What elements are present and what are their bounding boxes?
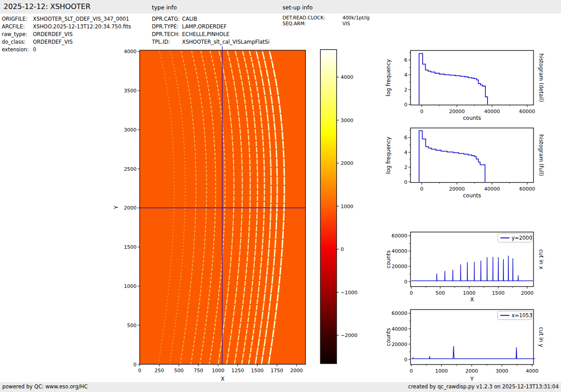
- svg-text:0: 0: [404, 179, 407, 185]
- svg-text:2000: 2000: [290, 368, 303, 374]
- svg-text:500: 500: [127, 323, 137, 328]
- svg-text:2000: 2000: [124, 205, 137, 211]
- info-row: SEQ.ARM:VIS: [283, 21, 369, 27]
- svg-text:40000: 40000: [392, 326, 407, 332]
- info-label: raw_type:: [2, 31, 33, 38]
- type-info-heading: type info: [152, 4, 177, 11]
- svg-text:1500: 1500: [251, 368, 264, 374]
- cut-line: [411, 255, 533, 281]
- svg-text:40000: 40000: [484, 186, 500, 192]
- svg-text:1000: 1000: [435, 368, 448, 374]
- svg-text:0: 0: [404, 279, 407, 285]
- y-axis-label: log frequency: [385, 59, 392, 96]
- svg-text:0: 0: [420, 186, 423, 192]
- info-label: do_class:: [2, 38, 33, 46]
- svg-text:0: 0: [410, 290, 413, 296]
- svg-text:0: 0: [133, 362, 137, 368]
- svg-text:6: 6: [404, 57, 407, 63]
- svg-text:0: 0: [138, 368, 141, 374]
- svg-text:4000: 4000: [526, 368, 538, 374]
- svg-text:2500: 2500: [124, 166, 137, 172]
- right-axis-label: histogram (full): [538, 134, 544, 176]
- info-label: DPR.CATG:: [152, 15, 182, 23]
- x-axis-label: counts: [463, 192, 481, 199]
- svg-text:20000: 20000: [449, 186, 465, 192]
- info-row: DET.READ.CLOCK:400k/1pt/lg: [283, 15, 369, 21]
- right-axis-label: cut in x: [538, 249, 544, 269]
- svg-text:1250: 1250: [231, 368, 244, 374]
- svg-text:0: 0: [404, 102, 407, 108]
- svg-text:−2000: −2000: [341, 333, 357, 338]
- info-row: ORIGFILE:XSHOOTER_SLT_ODEF_VIS_347_0001: [2, 15, 131, 23]
- svg-text:4000: 4000: [341, 74, 353, 80]
- svg-text:0: 0: [410, 368, 413, 374]
- svg-text:60000: 60000: [519, 109, 535, 114]
- info-label: extension:: [2, 46, 33, 54]
- svg-text:2: 2: [404, 87, 407, 93]
- svg-text:1000: 1000: [463, 290, 475, 296]
- svg-text:750: 750: [194, 368, 203, 374]
- info-row: raw_type:ORDERDEF_VIS: [2, 31, 131, 38]
- histogram-line: [419, 54, 488, 105]
- svg-text:500: 500: [435, 290, 445, 296]
- svg-text:−1000: −1000: [341, 290, 357, 296]
- svg-text:0: 0: [420, 109, 423, 114]
- x-axis-label: X: [221, 376, 224, 382]
- info-value: ORDERDEF_VIS: [33, 38, 73, 46]
- footer-bar: powered by QC: www.eso.org/HC created by…: [0, 382, 561, 392]
- svg-text:60000: 60000: [519, 186, 535, 192]
- info-value: ORDERDEF_VIS: [33, 31, 73, 38]
- page-title: 2025-12-12: XSHOOTER: [4, 2, 91, 11]
- footer-powered-by: powered by QC: www.eso.org/HC: [2, 383, 87, 390]
- info-label: DET.READ.CLOCK:: [283, 15, 342, 21]
- svg-text:4000: 4000: [124, 49, 137, 55]
- colorbar: 40003000200010000−1000−2000: [315, 43, 367, 369]
- y-axis-label: counts: [385, 250, 392, 268]
- info-value: CALIB: [182, 15, 197, 23]
- info-label: ARCFILE:: [2, 23, 33, 31]
- type-info-block: DPR.CATG:CALIBDPR.TYPE:LAMP,ORDERDEFDPR.…: [152, 15, 269, 46]
- svg-text:20000: 20000: [392, 264, 407, 269]
- svg-text:0: 0: [404, 357, 407, 363]
- y-axis-label: counts: [385, 328, 392, 346]
- svg-text:4: 4: [404, 150, 407, 155]
- svg-text:1500: 1500: [492, 290, 505, 296]
- histogram-full-plot: 02000040000600000246countslog frequencyh…: [379, 120, 561, 204]
- colorbar-gradient: [320, 50, 337, 364]
- info-label: ORIGFILE:: [2, 15, 33, 23]
- svg-text:1000: 1000: [124, 283, 137, 289]
- y-axis-label: log frequency: [385, 137, 392, 173]
- setup-info-block: DET.READ.CLOCK:400k/1pt/lgSEQ.ARM:VIS: [283, 15, 369, 27]
- svg-text:4: 4: [404, 72, 407, 78]
- info-value: 400k/1pt/lg: [342, 15, 369, 21]
- svg-text:1750: 1750: [270, 368, 283, 374]
- svg-text:0: 0: [341, 246, 344, 252]
- svg-text:3000: 3000: [496, 368, 508, 374]
- svg-text:250: 250: [155, 368, 164, 374]
- svg-text:40000: 40000: [392, 248, 407, 254]
- info-value: ECHELLE,PINHOLE: [182, 31, 229, 38]
- info-row: DPR.CATG:CALIB: [152, 15, 269, 23]
- info-value: XSHOO.2025-12-13T12:20:34.750.fits: [33, 23, 131, 31]
- svg-text:3000: 3000: [341, 118, 353, 123]
- footer-created-by: created by qc_rawdisp.py v1.2.3 on 2025-…: [408, 383, 559, 390]
- svg-text:6: 6: [404, 135, 407, 141]
- legend-label: y=2000: [512, 235, 533, 241]
- x-axis-label: Y: [470, 376, 474, 382]
- setup-info-heading: set-up info: [283, 4, 313, 11]
- info-label: DPR.TYPE:: [152, 23, 182, 31]
- image-background: [140, 50, 306, 365]
- svg-text:60000: 60000: [392, 310, 407, 316]
- info-value: 0: [33, 46, 36, 54]
- svg-text:20000: 20000: [392, 342, 407, 347]
- info-value: VIS: [342, 21, 350, 27]
- svg-text:2000: 2000: [341, 160, 353, 166]
- legend-label: x=1053: [512, 312, 533, 319]
- cut-in-y-plot: 010002000300040000200004000060000Ycounts…: [379, 302, 561, 392]
- svg-text:20000: 20000: [449, 109, 465, 114]
- right-axis-label: cut in y: [538, 327, 544, 347]
- axes: 02000040000600000246: [404, 128, 535, 192]
- right-axis-label: histogram (detail): [538, 54, 544, 102]
- svg-text:3500: 3500: [124, 88, 137, 94]
- info-label: SEQ.ARM:: [283, 21, 342, 27]
